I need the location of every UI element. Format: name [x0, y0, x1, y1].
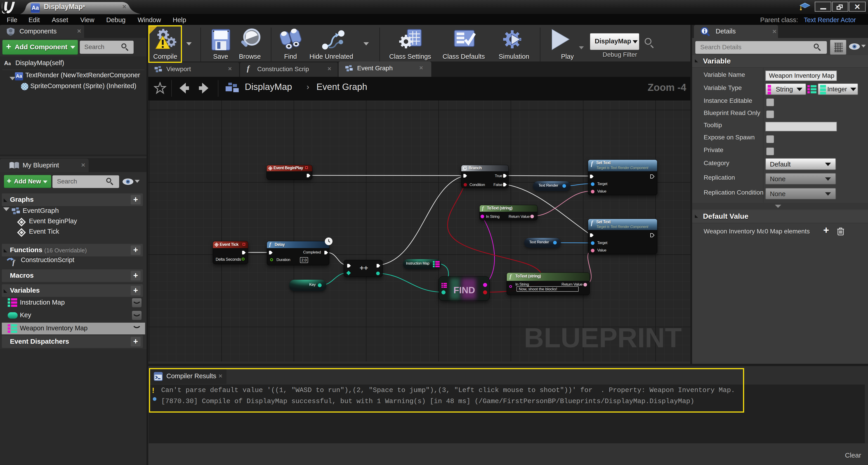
- svg-text:f: f: [12, 259, 16, 266]
